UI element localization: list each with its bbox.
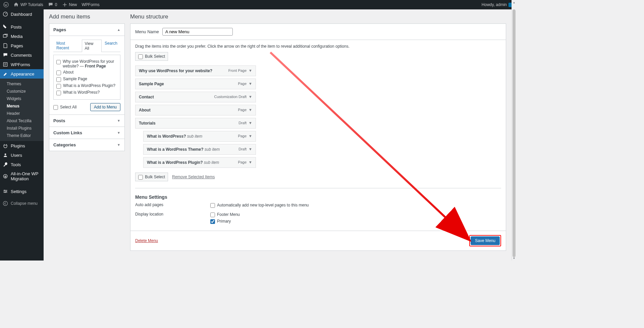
page-option[interactable]: Why use WordPress for your website? — Fr… xyxy=(56,59,117,68)
sidebar-sub-item[interactable]: Header xyxy=(0,110,44,117)
chevron-up-icon: ▲ xyxy=(117,28,120,32)
page-option[interactable]: About xyxy=(56,70,117,75)
menu-item[interactable]: Tutorials Draft ▼ xyxy=(135,118,256,129)
menu-item[interactable]: What is a WordPress Theme? sub itemDraft… xyxy=(143,144,256,155)
comments-link[interactable]: 0 xyxy=(48,2,57,7)
svg-point-8 xyxy=(3,201,8,206)
accordion-posts[interactable]: Posts▼ xyxy=(49,114,124,127)
accordion-pages[interactable]: Pages▲ xyxy=(49,24,124,36)
save-menu-button[interactable]: Save Menu xyxy=(471,236,500,245)
collapse-menu[interactable]: Collapse menu xyxy=(0,199,44,208)
loc-primary-checkbox[interactable] xyxy=(210,219,215,224)
auto-add-checkbox[interactable] xyxy=(210,203,215,208)
page-option-checkbox[interactable] xyxy=(56,77,61,82)
chevron-down-icon[interactable]: ▼ xyxy=(249,134,252,138)
page-option-checkbox[interactable] xyxy=(56,84,61,89)
menu-item-title: About xyxy=(139,108,238,112)
menu-name-input[interactable] xyxy=(162,28,233,36)
site-title: WP Tutorials xyxy=(20,2,43,7)
menu-item[interactable]: Why use WordPress for your website? Fron… xyxy=(135,65,256,76)
sidebar-item-aiowpm[interactable]: All-in-One WP Migration xyxy=(0,169,44,183)
chevron-down-icon: ▼ xyxy=(117,131,120,135)
bulk-select-top-checkbox[interactable] xyxy=(138,54,143,59)
menu-item[interactable]: Contact Customization Draft ▼ xyxy=(135,92,256,102)
tab-search[interactable]: Search xyxy=(102,39,120,52)
select-all[interactable]: Select All xyxy=(53,104,76,110)
accordion-pages-label: Pages xyxy=(53,27,66,32)
menu-item[interactable]: Sample Page Page ▼ xyxy=(135,79,256,89)
bulk-select-bottom-checkbox[interactable] xyxy=(138,175,143,180)
chevron-down-icon[interactable]: ▼ xyxy=(249,121,252,125)
howdy-link[interactable]: Howdy, admin xyxy=(482,2,513,7)
menu-item-type: Draft ▼ xyxy=(238,121,252,125)
sidebar-item-label: Dashboard xyxy=(11,12,32,17)
loc-footer-option[interactable]: Footer Menu xyxy=(210,212,240,217)
sidebar-item-media[interactable]: Media xyxy=(0,32,44,41)
page-option[interactable]: What is a WordPress Plugin? xyxy=(56,83,117,89)
sidebar-item-comments[interactable]: Comments xyxy=(0,50,44,60)
scroll-down-button[interactable]: ▼ xyxy=(512,256,516,261)
site-link[interactable]: WP Tutorials xyxy=(13,2,43,7)
page-option[interactable]: Sample Page xyxy=(56,77,117,82)
sidebar-sub-item[interactable]: Theme Editor xyxy=(0,132,44,139)
bulk-select-top[interactable]: Bulk Select xyxy=(135,52,168,61)
sidebar-item-settings[interactable]: Settings xyxy=(0,187,44,196)
tab-view-all[interactable]: View All xyxy=(82,40,102,52)
sidebar-item-label: Pages xyxy=(11,43,23,48)
menu-item-title: What is a WordPress Theme? sub item xyxy=(147,147,238,152)
sidebar-item-plugins[interactable]: Plugins xyxy=(0,141,44,150)
page-option[interactable]: What is WordPress? xyxy=(56,90,117,95)
scrollbar-thumb[interactable] xyxy=(513,9,516,257)
svg-point-3 xyxy=(5,153,6,155)
select-all-checkbox[interactable] xyxy=(53,105,58,110)
sidebar-sub-item[interactable]: Themes xyxy=(0,80,44,88)
wp-logo-icon[interactable] xyxy=(3,2,9,7)
sidebar-sub-item[interactable]: Widgets xyxy=(0,95,44,102)
sidebar-item-label: Appearance xyxy=(11,72,34,77)
chevron-down-icon[interactable]: ▼ xyxy=(249,82,252,86)
page-option-label: What is a WordPress Plugin? xyxy=(63,83,115,88)
chevron-down-icon[interactable]: ▼ xyxy=(249,160,252,164)
wpforms-link[interactable]: WPForms xyxy=(82,2,100,7)
menu-item[interactable]: What is a WordPress Plugin? sub itemPage… xyxy=(143,157,256,168)
sidebar-item-pages[interactable]: Pages xyxy=(0,41,44,50)
sidebar-sub-item[interactable]: Install Plugins xyxy=(0,125,44,132)
menu-item-title: What is WordPress? sub item xyxy=(147,134,238,139)
scroll-up-button[interactable]: ▲ xyxy=(512,0,516,5)
menu-item[interactable]: About Page ▼ xyxy=(135,105,256,115)
add-to-menu-button[interactable]: Add to Menu xyxy=(90,103,120,111)
loc-footer-checkbox[interactable] xyxy=(210,213,215,217)
collapse-label: Collapse menu xyxy=(11,201,38,206)
new-link[interactable]: New xyxy=(62,2,77,7)
bulk-select-bottom[interactable]: Bulk Select xyxy=(135,173,168,181)
accordion-custom-links[interactable]: Custom Links▼ xyxy=(49,127,124,139)
loc-primary-option[interactable]: Primary xyxy=(210,219,240,224)
accordion-categories[interactable]: Categories▼ xyxy=(49,139,124,151)
sidebar-item-tools[interactable]: Tools xyxy=(0,160,44,169)
sidebar-item-dashboard[interactable]: Dashboard xyxy=(0,9,44,19)
sidebar-item-wpforms[interactable]: WPForms xyxy=(0,60,44,69)
page-option-checkbox[interactable] xyxy=(56,71,61,75)
sidebar-item-appearance[interactable]: Appearance xyxy=(0,69,44,79)
sidebar-sub-item[interactable]: About Teczilla xyxy=(0,117,44,125)
sidebar-sub-item[interactable]: Menus xyxy=(0,102,44,110)
chevron-down-icon[interactable]: ▼ xyxy=(249,95,252,99)
sidebar-item-posts[interactable]: Posts xyxy=(0,22,44,32)
tab-most-recent[interactable]: Most Recent xyxy=(53,39,82,52)
chevron-down-icon[interactable]: ▼ xyxy=(249,147,252,151)
chevron-down-icon[interactable]: ▼ xyxy=(249,68,252,73)
page-option-checkbox[interactable] xyxy=(56,60,61,64)
menu-item[interactable]: What is WordPress? sub itemPage ▼ xyxy=(143,131,256,142)
delete-menu-link[interactable]: Delete Menu xyxy=(135,238,158,243)
menu-name-label: Menu Name xyxy=(135,29,159,34)
page-option-label: Sample Page xyxy=(63,77,87,81)
sidebar-sub-item[interactable]: Customize xyxy=(0,88,44,95)
auto-add-option[interactable]: Automatically add new top-level pages to… xyxy=(210,202,309,208)
page-option-checkbox[interactable] xyxy=(56,91,61,95)
new-label: New xyxy=(69,2,77,7)
browser-scrollbar[interactable]: ▲ ▼ xyxy=(512,0,516,261)
save-highlight-box: Save Menu xyxy=(469,235,501,246)
chevron-down-icon[interactable]: ▼ xyxy=(249,108,252,112)
remove-selected-link[interactable]: Remove Selected Items xyxy=(172,175,215,179)
sidebar-item-users[interactable]: Users xyxy=(0,150,44,160)
